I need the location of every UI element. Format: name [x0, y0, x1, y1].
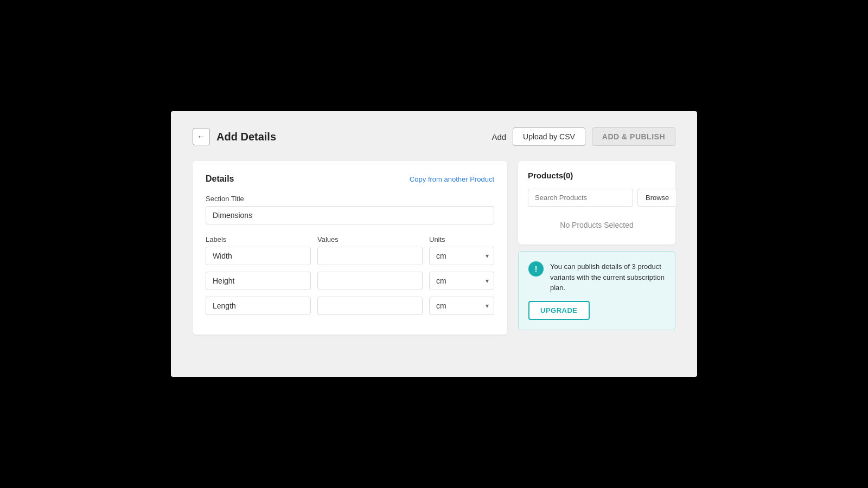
table-row: cm mm m in ft [206, 297, 494, 315]
back-button[interactable]: ← [193, 128, 210, 145]
products-panel: Products(0) Browse No Products Selected … [518, 161, 675, 335]
value-input-width[interactable] [317, 247, 423, 265]
app-container: ← Add Details Add Upload by CSV ADD & PU… [171, 111, 697, 377]
add-label: Add [492, 132, 506, 142]
upgrade-card-inner: ! You can publish details of 3 product v… [528, 261, 665, 293]
details-title: Details [206, 174, 234, 184]
upload-csv-button[interactable]: Upload by CSV [513, 127, 585, 146]
units-col-header: Units [429, 235, 494, 243]
label-input-width[interactable] [206, 247, 311, 265]
labels-col-header: Labels [206, 235, 311, 243]
label-input-length[interactable] [206, 297, 311, 315]
unit-select-height[interactable]: cm mm m in ft [429, 272, 494, 290]
values-col-header: Values [317, 235, 423, 243]
upgrade-button[interactable]: UPGRADE [528, 301, 590, 320]
value-input-height[interactable] [317, 272, 423, 290]
unit-dropdown-length[interactable]: cm mm m in ft [429, 297, 494, 315]
copy-from-product-link[interactable]: Copy from another Product [410, 175, 494, 183]
header: ← Add Details Add Upload by CSV ADD & PU… [193, 127, 675, 146]
page-title: Add Details [216, 131, 276, 143]
unit-dropdown-height[interactable]: cm mm m in ft [429, 272, 494, 290]
table-row: cm mm m in ft [206, 247, 494, 265]
products-title: Products(0) [528, 171, 666, 180]
table-row: cm mm m in ft [206, 272, 494, 290]
upgrade-card: ! You can publish details of 3 product v… [518, 251, 675, 330]
upgrade-message: You can publish details of 3 product var… [550, 261, 665, 293]
header-right: Add Upload by CSV ADD & PUBLISH [492, 127, 675, 146]
unit-select-width[interactable]: cm mm m in ft [429, 247, 494, 265]
label-input-height[interactable] [206, 272, 311, 290]
column-headers: Labels Values Units [206, 235, 494, 243]
unit-select-length[interactable]: cm mm m in ft [429, 297, 494, 315]
search-browse-row: Browse [528, 189, 666, 207]
main-content: Details Copy from another Product Sectio… [193, 161, 675, 335]
details-panel: Details Copy from another Product Sectio… [193, 161, 507, 335]
search-products-input[interactable] [528, 189, 633, 207]
section-title-label: Section Title [206, 195, 494, 203]
add-publish-button[interactable]: ADD & PUBLISH [592, 127, 675, 146]
details-header: Details Copy from another Product [206, 174, 494, 184]
no-products-message: No Products Selected [528, 215, 666, 235]
back-arrow-icon: ← [197, 132, 206, 142]
value-input-length[interactable] [317, 297, 423, 315]
unit-dropdown-width[interactable]: cm mm m in ft [429, 247, 494, 265]
products-card: Products(0) Browse No Products Selected [518, 161, 675, 245]
header-left: ← Add Details [193, 128, 276, 145]
browse-button[interactable]: Browse [637, 189, 677, 207]
info-icon: ! [528, 261, 544, 277]
section-title-input[interactable] [206, 206, 494, 224]
